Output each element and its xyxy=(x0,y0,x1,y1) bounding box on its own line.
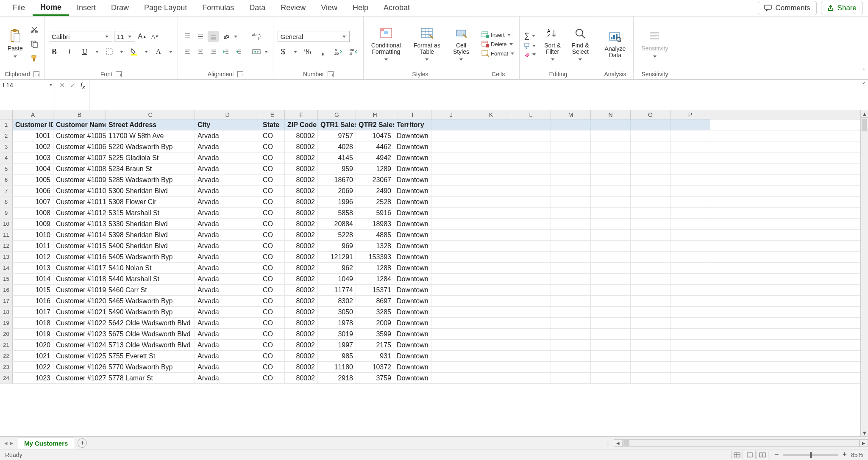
italic-button[interactable]: I xyxy=(64,46,75,57)
sheet-next-button[interactable]: ▸ xyxy=(10,439,14,447)
cell[interactable] xyxy=(670,263,710,273)
cell[interactable] xyxy=(631,351,670,361)
cell[interactable] xyxy=(551,285,591,295)
cell[interactable] xyxy=(591,274,631,284)
column-header[interactable]: N xyxy=(591,110,631,119)
scroll-left-button[interactable]: ◂ xyxy=(614,439,622,447)
row-header[interactable]: 15 xyxy=(0,274,13,284)
row-header[interactable]: 11 xyxy=(0,230,13,240)
cell[interactable]: Customer #1014 xyxy=(53,230,106,240)
cell[interactable] xyxy=(631,252,670,262)
cell[interactable]: 10372 xyxy=(356,362,394,372)
format-painter-button[interactable] xyxy=(29,53,40,64)
cell[interactable] xyxy=(551,274,591,284)
cell[interactable]: 3599 xyxy=(356,329,394,339)
cell[interactable]: CO xyxy=(260,362,285,372)
cell[interactable]: Arvada xyxy=(195,263,260,273)
cell[interactable]: 5400 Sheridan Blvd xyxy=(106,241,195,251)
cell[interactable] xyxy=(471,219,511,229)
cell[interactable] xyxy=(551,141,591,152)
row-header[interactable]: 4 xyxy=(0,152,13,163)
align-left-button[interactable] xyxy=(182,46,193,57)
insert-cells-button[interactable]: Insert xyxy=(481,31,515,38)
cell[interactable]: Downtown xyxy=(394,175,431,185)
cell[interactable] xyxy=(511,186,551,196)
cell[interactable]: Downtown xyxy=(394,186,431,196)
page-break-view-button[interactable] xyxy=(757,451,768,459)
cell[interactable] xyxy=(511,307,551,317)
cell[interactable] xyxy=(631,230,670,240)
cell[interactable] xyxy=(670,340,710,350)
cell[interactable]: Customer #1022 xyxy=(53,318,106,328)
cell[interactable]: 1021 xyxy=(13,351,53,361)
cell[interactable]: Street Address xyxy=(106,119,195,130)
dialog-launcher-icon[interactable] xyxy=(116,71,122,77)
dialog-launcher-icon[interactable] xyxy=(237,71,243,77)
cell[interactable]: CO xyxy=(260,186,285,196)
cell[interactable]: Customer #1024 xyxy=(53,340,106,350)
cell[interactable]: 4028 xyxy=(318,141,356,152)
cell[interactable]: CO xyxy=(260,152,285,163)
cell[interactable]: 5465 Wadsworth Byp xyxy=(106,296,195,306)
cell[interactable] xyxy=(431,130,471,141)
add-sheet-button[interactable]: ＋ xyxy=(78,438,87,448)
cell[interactable] xyxy=(670,152,710,163)
cell[interactable] xyxy=(670,274,710,284)
cell[interactable]: Downtown xyxy=(394,362,431,372)
cell[interactable] xyxy=(511,252,551,262)
cell[interactable]: Downtown xyxy=(394,285,431,295)
cell[interactable]: 2528 xyxy=(356,197,394,207)
cell[interactable]: 80002 xyxy=(285,208,318,218)
cell[interactable]: 15371 xyxy=(356,285,394,295)
cell[interactable] xyxy=(551,230,591,240)
cell[interactable] xyxy=(471,318,511,328)
column-header[interactable]: O xyxy=(631,110,670,119)
cell[interactable]: Customer #1013 xyxy=(53,219,106,229)
collapse-ribbon-button[interactable]: ˄ xyxy=(862,68,865,75)
cell[interactable]: 1001 xyxy=(13,130,53,141)
cell[interactable] xyxy=(591,219,631,229)
cell[interactable] xyxy=(511,329,551,339)
scroll-right-button[interactable]: ▸ xyxy=(860,439,868,447)
number-format-select[interactable]: General xyxy=(278,31,350,42)
cell[interactable]: 80002 xyxy=(285,186,318,196)
cell[interactable] xyxy=(511,119,551,130)
expand-formula-bar-button[interactable]: ˅ xyxy=(860,80,868,110)
cell[interactable]: 80002 xyxy=(285,351,318,361)
cell[interactable] xyxy=(631,285,670,295)
cell[interactable] xyxy=(471,340,511,350)
cell[interactable]: 1010 xyxy=(13,230,53,240)
paste-button[interactable]: Paste xyxy=(4,28,26,60)
format-cells-button[interactable]: Format xyxy=(481,50,515,57)
cell[interactable] xyxy=(670,175,710,185)
cell[interactable] xyxy=(431,152,471,163)
column-header[interactable]: C xyxy=(106,110,195,119)
column-header[interactable]: I xyxy=(394,110,431,119)
cell[interactable] xyxy=(431,340,471,350)
cell[interactable]: 4462 xyxy=(356,141,394,152)
font-color-button[interactable]: A xyxy=(153,46,164,57)
cell[interactable]: Customer #1007 xyxy=(53,152,106,163)
cell[interactable]: Downtown xyxy=(394,340,431,350)
cell[interactable]: 1016 xyxy=(13,296,53,306)
cell[interactable]: CO xyxy=(260,274,285,284)
cell[interactable] xyxy=(670,208,710,218)
cell[interactable]: Customer #1027 xyxy=(53,373,106,383)
cell[interactable]: 985 xyxy=(318,351,356,361)
column-header[interactable]: L xyxy=(511,110,551,119)
cell[interactable]: CO xyxy=(260,241,285,251)
cell[interactable]: 80002 xyxy=(285,130,318,141)
cell[interactable]: Downtown xyxy=(394,241,431,251)
cell[interactable] xyxy=(431,163,471,174)
cell[interactable] xyxy=(511,318,551,328)
scroll-up-button[interactable]: ▴ xyxy=(861,110,868,118)
cell[interactable] xyxy=(631,219,670,229)
cell[interactable]: Arvada xyxy=(195,307,260,317)
cell[interactable] xyxy=(551,318,591,328)
cell[interactable]: Downtown xyxy=(394,263,431,273)
cell[interactable] xyxy=(471,296,511,306)
cell[interactable]: Arvada xyxy=(195,318,260,328)
cell[interactable] xyxy=(591,208,631,218)
currency-button[interactable]: $ xyxy=(278,46,289,57)
cell[interactable] xyxy=(551,307,591,317)
